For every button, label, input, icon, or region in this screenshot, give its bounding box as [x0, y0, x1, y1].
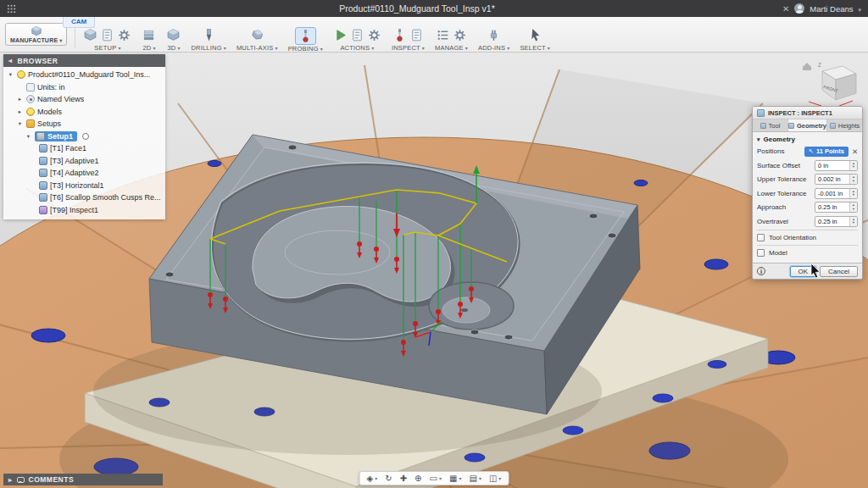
user-menu-caret-icon[interactable] [858, 3, 861, 14]
orbit-button[interactable]: ↻ [385, 474, 392, 483]
spinner[interactable] [849, 161, 857, 170]
surface-offset-input[interactable]: 0 in [815, 160, 858, 171]
drilling-menu[interactable]: DRILLING [191, 44, 225, 52]
toolbar-group-probing[interactable]: PROBING [283, 17, 328, 52]
overtravel-input[interactable]: 0.25 in [815, 216, 858, 227]
toolbar-group-3d[interactable]: 3D [161, 17, 186, 52]
multi-axis-icon[interactable] [250, 28, 264, 42]
probe-icon-active[interactable] [295, 27, 316, 45]
setup-menu[interactable]: SETUP [94, 44, 120, 52]
tool-orientation-section[interactable]: Tool Orientation [757, 230, 858, 245]
add-ins-menu[interactable]: ADD-INS [478, 44, 509, 52]
setup-gear-icon[interactable] [117, 28, 131, 42]
inspect-report-icon[interactable] [409, 28, 424, 42]
select-menu[interactable]: SELECT [520, 44, 550, 52]
select-cursor-icon[interactable] [528, 28, 542, 42]
workspace-selector[interactable]: MANUFACTURE [5, 23, 67, 46]
spinner[interactable] [849, 217, 857, 226]
tab-geometry[interactable]: Geometry [788, 119, 827, 131]
tree-item-units[interactable]: Units: in [3, 81, 165, 94]
info-icon[interactable]: i [757, 267, 765, 275]
toolbar-group-select[interactable]: SELECT [515, 17, 555, 52]
toolbar-group-actions[interactable]: ACTIONS [328, 17, 387, 52]
tree-item-adaptive1[interactable]: [T3] Adaptive1 [3, 155, 165, 168]
tree-item-root[interactable]: Product#0110_Mudguard Tool_Ins... [3, 69, 165, 81]
toolbar-group-multiaxis[interactable]: MULTI-AXIS [231, 17, 283, 52]
tab-tool[interactable]: Tool [753, 119, 788, 131]
inspect-probe-icon[interactable] [392, 28, 407, 42]
tree-item-setup1[interactable]: Setup1 [3, 130, 165, 143]
close-document-icon[interactable]: ✕ [782, 4, 789, 14]
setup-sheet-icon[interactable] [100, 28, 114, 42]
tree-item-face1[interactable]: [T1] Face1 [3, 142, 165, 155]
post-process-icon[interactable] [350, 28, 364, 42]
dialog-titlebar[interactable]: INSPECT : INSPECT1 [753, 107, 862, 119]
3d-milling-icon[interactable] [166, 28, 181, 42]
user-avatar[interactable] [794, 3, 804, 14]
positions-selection-chip[interactable]: ↖ 11 Points [804, 147, 849, 158]
model-checkbox[interactable] [757, 249, 765, 257]
cancel-button[interactable]: Cancel [820, 266, 858, 277]
visibility-bulb-icon[interactable] [26, 108, 35, 116]
expand-arrow-icon[interactable] [16, 96, 24, 103]
drill-icon[interactable] [202, 28, 216, 42]
app-grid-icon[interactable] [7, 4, 16, 14]
visibility-bulb-icon[interactable] [17, 70, 25, 79]
probing-menu[interactable]: PROBING [288, 45, 323, 53]
lower-tolerance-input[interactable]: -0.001 in [815, 188, 858, 199]
clear-selection-icon[interactable]: ✕ [852, 147, 858, 156]
display-settings-button[interactable]: ▦ [449, 474, 461, 483]
2d-milling-icon[interactable] [142, 28, 156, 42]
simulate-icon[interactable] [333, 28, 348, 42]
tree-item-setups[interactable]: Setups [3, 118, 165, 130]
fit-button[interactable]: ▭ [430, 474, 442, 483]
tab-heights[interactable]: Heights [827, 119, 862, 131]
manage-gear-icon[interactable] [453, 28, 467, 42]
view-settings-button[interactable]: ◈ [367, 474, 378, 483]
tool-orientation-checkbox[interactable] [757, 234, 765, 241]
approach-input[interactable]: 0.25 in [815, 202, 858, 213]
expand-arrow-icon[interactable] [16, 120, 24, 127]
comments-panel[interactable]: COMMENTS [3, 474, 163, 485]
viewport-3d[interactable]: Z FRONT BROWSER Product#0110_Mudguard To… [0, 53, 868, 488]
spinner[interactable] [849, 189, 857, 198]
home-icon[interactable] [803, 63, 811, 70]
expand-arrow-icon[interactable] [25, 133, 32, 140]
tree-item-inspect1[interactable]: [T99] Inspect1 [3, 204, 165, 217]
spinner[interactable] [849, 175, 857, 184]
browser-header[interactable]: BROWSER [3, 54, 165, 67]
spinner[interactable] [849, 202, 857, 212]
viewcube[interactable]: Z FRONT [800, 58, 861, 112]
tool-library-icon[interactable] [436, 28, 450, 42]
toolbar-group-drilling[interactable]: DRILLING [186, 17, 231, 52]
3d-menu[interactable]: 3D [167, 44, 180, 52]
tree-item-horizontal1[interactable]: [T3] Horizontal1 [3, 180, 165, 192]
toolbar-group-setup[interactable]: SETUP [78, 17, 136, 52]
inspect-menu[interactable]: INSPECT [392, 44, 425, 52]
add-ins-icon[interactable] [487, 28, 501, 42]
tree-item-adaptive2[interactable]: [T4] Adaptive2 [3, 167, 165, 180]
upper-tolerance-input[interactable]: 0.002 in [815, 174, 858, 185]
grid-settings-button[interactable]: ▤ [469, 474, 481, 483]
toolbar-group-2d[interactable]: 2D [136, 17, 161, 52]
manage-menu[interactable]: MANAGE [435, 44, 468, 52]
expand-arrow-icon[interactable] [16, 108, 24, 115]
geometry-section-header[interactable]: Geometry [757, 136, 858, 143]
tree-item-scallop[interactable]: [T6] Scallop Smooth Cusps Re... [3, 191, 165, 204]
model-section[interactable]: Model [757, 245, 858, 260]
toolbar-group-inspect[interactable]: INSPECT [387, 17, 430, 52]
toolbar-group-manage[interactable]: MANAGE [430, 17, 473, 52]
2d-menu[interactable]: 2D [142, 44, 155, 52]
zoom-button[interactable]: ⊕ [415, 474, 421, 483]
actions-gear-icon[interactable] [367, 28, 381, 42]
tree-item-models[interactable]: Models [3, 106, 165, 119]
toolbar-group-addins[interactable]: ADD-INS [473, 17, 515, 52]
actions-menu[interactable]: ACTIONS [340, 44, 374, 52]
expand-arrow-icon[interactable] [7, 71, 14, 78]
setup1-selected[interactable]: Setup1 [35, 131, 77, 142]
pan-button[interactable]: ✚ [400, 474, 407, 483]
new-setup-icon[interactable] [83, 28, 97, 42]
viewports-button[interactable]: ◫ [489, 474, 501, 483]
user-name[interactable]: Marti Deans [810, 4, 853, 14]
tree-item-named-views[interactable]: Named Views [3, 93, 165, 106]
